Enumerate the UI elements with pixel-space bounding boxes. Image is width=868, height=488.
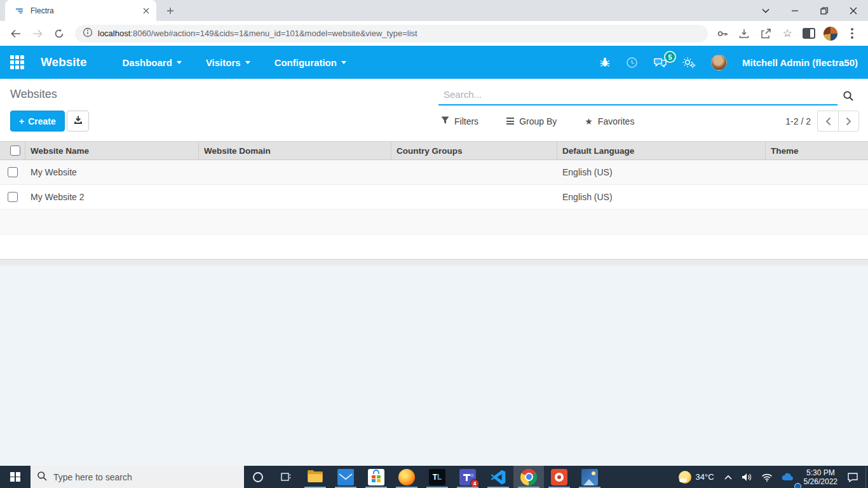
taskbar-office[interactable] bbox=[544, 466, 574, 488]
pager-next-button[interactable] bbox=[838, 111, 859, 132]
row-checkbox-cell bbox=[0, 185, 25, 209]
install-icon[interactable] bbox=[736, 25, 752, 42]
taskbar-file-explorer[interactable] bbox=[300, 466, 330, 488]
action-center-icon[interactable] bbox=[843, 466, 863, 488]
taskbar-photos[interactable] bbox=[574, 466, 605, 488]
microsoft-store-icon bbox=[368, 469, 384, 485]
export-button[interactable] bbox=[67, 111, 89, 132]
taskbar-firefox[interactable] bbox=[391, 466, 422, 488]
empty-row bbox=[0, 210, 868, 234]
restore-button[interactable] bbox=[810, 0, 839, 21]
cell-website-name[interactable]: My Website 2 bbox=[25, 192, 199, 202]
back-icon[interactable] bbox=[7, 25, 25, 43]
new-tab-button[interactable] bbox=[161, 2, 179, 20]
table-row[interactable]: My Website English (US) bbox=[0, 160, 868, 185]
url-host: localhost bbox=[98, 29, 130, 38]
debug-bug-icon[interactable] bbox=[599, 57, 611, 68]
column-country-groups[interactable]: Country Groups bbox=[391, 142, 557, 159]
table-header-row: Website Name Website Domain Country Grou… bbox=[0, 141, 868, 160]
download-icon bbox=[73, 115, 83, 127]
settings-gears-icon[interactable] bbox=[682, 57, 696, 69]
mail-icon bbox=[337, 469, 354, 485]
browser-profile-avatar[interactable] bbox=[822, 25, 839, 42]
taskbar-mail[interactable] bbox=[330, 466, 361, 488]
taskbar-vscode[interactable] bbox=[483, 466, 513, 488]
create-button-label: Create bbox=[28, 116, 56, 126]
taskbar-chrome[interactable] bbox=[513, 466, 544, 488]
close-window-button[interactable] bbox=[839, 0, 868, 21]
cell-default-language[interactable]: English (US) bbox=[557, 192, 766, 202]
user-name[interactable]: Mitchell Admin (flectra50) bbox=[742, 57, 858, 68]
favorites-label: Favorites bbox=[598, 116, 635, 126]
create-button[interactable]: + Create bbox=[10, 111, 65, 132]
favorites-button[interactable]: ★ Favorites bbox=[585, 116, 634, 126]
cell-default-language[interactable]: English (US) bbox=[557, 167, 766, 177]
chevron-down-icon bbox=[245, 61, 250, 64]
column-default-language[interactable]: Default Language bbox=[557, 142, 766, 159]
forward-icon[interactable] bbox=[29, 25, 46, 43]
search-input[interactable] bbox=[438, 86, 837, 105]
temperature: 34°C bbox=[696, 472, 714, 482]
group-by-button[interactable]: Group By bbox=[506, 116, 557, 126]
reload-icon[interactable] bbox=[50, 25, 68, 43]
weather-sun-icon bbox=[679, 471, 691, 484]
tab-close-icon[interactable] bbox=[141, 6, 151, 16]
volume-icon[interactable] bbox=[737, 466, 757, 488]
browser-tab[interactable]: Flectra bbox=[5, 0, 156, 21]
browser-menu-icon[interactable] bbox=[844, 25, 860, 42]
share-icon[interactable] bbox=[757, 25, 774, 42]
task-view-button[interactable] bbox=[272, 466, 300, 488]
pager-range: 1-2 / 2 bbox=[785, 116, 811, 126]
column-website-name[interactable]: Website Name bbox=[25, 142, 199, 159]
table-row[interactable]: My Website 2 English (US) bbox=[0, 185, 868, 210]
column-theme[interactable]: Theme bbox=[766, 142, 868, 159]
taskbar-search[interactable] bbox=[31, 466, 244, 488]
address-bar[interactable]: localhost:8060/web#action=149&cids=1&men… bbox=[75, 25, 708, 43]
cell-website-name[interactable]: My Website bbox=[25, 167, 199, 177]
page-info-icon[interactable] bbox=[83, 27, 93, 40]
search-options: Filters Group By ★ Favorites bbox=[441, 111, 662, 132]
bookmark-star-icon[interactable]: ☆ bbox=[779, 25, 796, 42]
row-checkbox[interactable] bbox=[8, 192, 18, 202]
user-avatar[interactable] bbox=[711, 55, 727, 71]
search-icon[interactable] bbox=[837, 86, 859, 105]
url-text: localhost:8060/web#action=149&cids=1&men… bbox=[98, 29, 417, 38]
side-panel-icon[interactable] bbox=[801, 25, 817, 42]
tab-title: Flectra bbox=[31, 6, 141, 15]
taskbar-teams[interactable]: 4 bbox=[452, 466, 483, 488]
show-desktop-button[interactable] bbox=[865, 466, 868, 488]
row-checkbox-cell bbox=[0, 160, 25, 184]
cortana-button[interactable] bbox=[244, 466, 272, 488]
messages-icon[interactable]: 5 bbox=[653, 57, 667, 68]
filters-button[interactable]: Filters bbox=[441, 116, 478, 126]
favorite-star-icon: ★ bbox=[585, 117, 593, 126]
taskbar-clock[interactable]: 5:30 PM 5/26/2022 bbox=[799, 468, 843, 486]
menu-visitors[interactable]: Visitors bbox=[206, 57, 250, 68]
start-button[interactable] bbox=[0, 466, 31, 488]
clock-time: 5:30 PM bbox=[804, 468, 837, 477]
weather-widget[interactable]: 34°C bbox=[674, 471, 719, 484]
wifi-icon[interactable] bbox=[757, 466, 777, 488]
activity-clock-icon[interactable] bbox=[626, 57, 638, 69]
hidden-icons-chevron[interactable] bbox=[719, 466, 737, 488]
row-checkbox[interactable] bbox=[8, 167, 18, 177]
menu-configuration[interactable]: Configuration bbox=[275, 57, 346, 68]
taskbar-microsoft-store[interactable] bbox=[361, 466, 391, 488]
taskbar-search-icon bbox=[37, 471, 47, 484]
password-key-icon[interactable] bbox=[714, 25, 731, 42]
pager-previous-button[interactable] bbox=[817, 111, 838, 132]
select-all-checkbox[interactable] bbox=[10, 146, 20, 156]
apps-grid-icon[interactable] bbox=[10, 55, 24, 69]
taskbar-search-input[interactable] bbox=[53, 472, 238, 482]
tab-search-chevron-icon[interactable] bbox=[751, 0, 780, 21]
teams-icon: 4 bbox=[459, 469, 476, 485]
app-name[interactable]: Website bbox=[41, 55, 87, 69]
taskbar-tl-app[interactable]: TL bbox=[422, 466, 452, 488]
menu-dashboard[interactable]: Dashboard bbox=[123, 57, 182, 68]
flectra-favicon-icon bbox=[15, 6, 25, 16]
onedrive-icon[interactable] bbox=[777, 466, 799, 488]
minimize-button[interactable] bbox=[780, 0, 810, 21]
empty-content-area bbox=[0, 266, 868, 466]
chrome-icon bbox=[520, 469, 537, 485]
column-website-domain[interactable]: Website Domain bbox=[199, 142, 391, 159]
